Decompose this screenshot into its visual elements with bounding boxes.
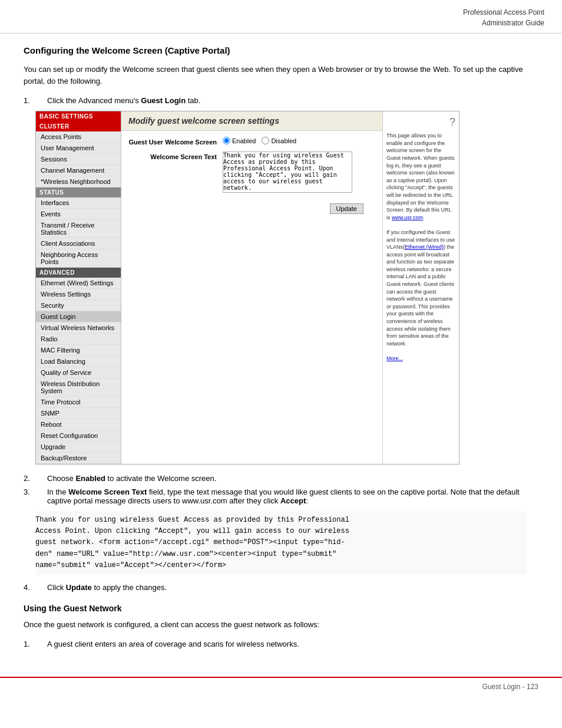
welcome-text-label: Welcome Screen Text: [128, 151, 223, 160]
sidebar-virtual-wireless[interactable]: Virtual Wireless Networks: [36, 322, 121, 334]
header-line2: Administrator Guide: [482, 19, 544, 27]
help-panel: ? This page allows you to enable and con…: [382, 111, 459, 464]
step-1: 1. Click the Advanced menu's Guest Login…: [24, 96, 538, 105]
sidebar-wireless-neighborhood[interactable]: *Wireless Neighborhood: [36, 176, 121, 187]
subsection-intro: Once the guest network is configured, a …: [24, 619, 538, 631]
update-button[interactable]: Update: [330, 203, 363, 214]
step-4-bold: Update: [66, 583, 92, 592]
sidebar-interfaces[interactable]: Interfaces: [36, 197, 121, 209]
help-ethernet-link[interactable]: Ethernet (Wired): [405, 244, 444, 250]
sidebar-transmit-stats[interactable]: Transmit / Receive Statistics: [36, 220, 121, 238]
sub-step-1: 1. A guest client enters an area of cove…: [24, 640, 538, 648]
disabled-label: Disabled: [271, 137, 296, 144]
step-2-text: Choose Enabled to activate the Welcome s…: [47, 474, 216, 483]
sidebar-wds[interactable]: Wireless Distribution System: [36, 378, 121, 397]
intro-text: You can set up or modify the Welcome scr…: [24, 64, 538, 87]
screenshot-panel: BASIC SETTINGS CLUSTER Access Points Use…: [35, 111, 459, 465]
cluster-header: CLUSTER: [36, 121, 121, 131]
sidebar-channel-management[interactable]: Channel Management: [36, 165, 121, 176]
disabled-radio-item[interactable]: Disabled: [262, 137, 296, 144]
step-4-text: Click Update to apply the changes.: [47, 583, 167, 592]
sidebar-access-points[interactable]: Access Points: [36, 131, 121, 143]
step-1-text: Click the Advanced menu's Guest Login ta…: [47, 96, 200, 105]
step-1-num: 1.: [24, 96, 35, 105]
step-3-text: In the Welcome Screen Text field, type t…: [47, 487, 538, 505]
step-3-num: 3.: [24, 487, 35, 505]
welcome-text-textarea[interactable]: Thank you for using wireless Guest Acces…: [223, 151, 352, 193]
step-4-num: 4.: [24, 583, 35, 592]
step-4: 4. Click Update to apply the changes.: [24, 583, 538, 592]
sidebar-user-management[interactable]: User Management: [36, 143, 121, 154]
welcome-text-control: Thank you for using wireless Guest Acces…: [223, 151, 375, 194]
sidebar-time-protocol[interactable]: Time Protocol: [36, 397, 121, 408]
enabled-radio-item[interactable]: Enabled: [223, 137, 256, 144]
step-3-bold1: Welcome Screen Text: [68, 487, 147, 496]
sidebar-reset-config[interactable]: Reset Configuration: [36, 430, 121, 442]
basic-settings-header: BASIC SETTINGS: [36, 111, 121, 121]
welcome-screen-label: Guest User Welcome Screen: [128, 137, 223, 146]
more-link[interactable]: More...: [386, 355, 403, 361]
subsection-title: Using the Guest Network: [24, 604, 538, 613]
sidebar-qos[interactable]: Quality of Service: [36, 367, 121, 378]
panel-title: Modify guest welcome screen settings: [121, 111, 382, 131]
sidebar-ethernet-settings[interactable]: Ethernet (Wired) Settings: [36, 278, 121, 289]
page-content: Configuring the Welcome Screen (Captive …: [0, 34, 562, 665]
page-footer: Guest Login - 123: [0, 677, 562, 696]
welcome-screen-row: Guest User Welcome Screen Enabled Disabl…: [128, 137, 375, 146]
sidebar-events[interactable]: Events: [36, 209, 121, 220]
help-text: This page allows you to enable and confi…: [386, 132, 455, 362]
advanced-header: ADVANCED: [36, 268, 121, 278]
page-header: Professional Access Point Administrator …: [0, 0, 562, 34]
main-panel: Modify guest welcome screen settings Gue…: [121, 111, 382, 464]
sidebar-guest-login[interactable]: Guest Login: [36, 311, 121, 322]
status-header: STATUS: [36, 187, 121, 197]
step-2-bold: Enabled: [75, 474, 105, 483]
update-row: Update: [128, 200, 375, 214]
step-2: 2. Choose Enabled to activate the Welcom…: [24, 474, 538, 483]
welcome-text-row: Welcome Screen Text Thank you for using …: [128, 151, 375, 194]
section-title: Configuring the Welcome Screen (Captive …: [24, 45, 538, 55]
sidebar-wireless-settings[interactable]: Wireless Settings: [36, 289, 121, 300]
sub-step-1-text: A guest client enters an area of coverag…: [47, 640, 299, 648]
help-icon: ?: [386, 115, 455, 130]
sidebar-radio[interactable]: Radio: [36, 334, 121, 345]
enabled-label: Enabled: [232, 137, 256, 144]
sidebar-sessions[interactable]: Sessions: [36, 154, 121, 165]
help-url-link[interactable]: www.usr.com: [392, 215, 423, 220]
sidebar-mac-filtering[interactable]: MAC Filtering: [36, 345, 121, 356]
panel-body: Guest User Welcome Screen Enabled Disabl…: [121, 131, 382, 220]
sidebar-snmp[interactable]: SNMP: [36, 408, 121, 419]
sidebar-client-assoc[interactable]: Client Associations: [36, 238, 121, 249]
step-2-num: 2.: [24, 474, 35, 483]
sidebar-neighboring-ap[interactable]: Neighboring Access Points: [36, 249, 121, 268]
welcome-screen-control: Enabled Disabled: [223, 137, 375, 144]
code-block: Thank you for using wireless Guest Acces…: [35, 511, 527, 575]
disabled-radio[interactable]: [262, 137, 269, 144]
sidebar-backup-restore[interactable]: Backup/Restore: [36, 453, 121, 464]
sidebar-security[interactable]: Security: [36, 300, 121, 311]
enabled-radio[interactable]: [223, 137, 230, 144]
footer-text: Guest Login - 123: [482, 683, 538, 691]
sidebar-upgrade[interactable]: Upgrade: [36, 442, 121, 453]
step-1-bold: Guest Login: [141, 96, 186, 105]
step-3-bold2: Accept: [280, 496, 306, 505]
step-3: 3. In the Welcome Screen Text field, typ…: [24, 487, 538, 505]
sidebar: BASIC SETTINGS CLUSTER Access Points Use…: [36, 111, 121, 464]
sidebar-load-balancing[interactable]: Load Balancing: [36, 356, 121, 367]
sub-step-1-num: 1.: [24, 640, 35, 648]
sidebar-reboot[interactable]: Reboot: [36, 419, 121, 430]
header-line1: Professional Access Point: [463, 8, 544, 17]
